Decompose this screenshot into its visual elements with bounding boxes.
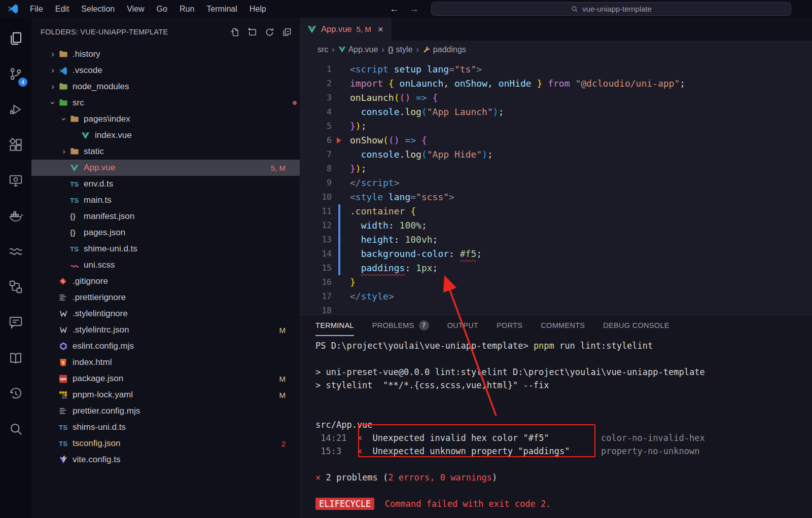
- remote-explorer-icon[interactable]: [0, 163, 31, 198]
- code-line[interactable]: 2import { onLaunch, onShow, onHide } fro…: [300, 77, 812, 91]
- back-button[interactable]: ←: [384, 4, 404, 15]
- breadcrumb-label: App.vue: [348, 45, 378, 54]
- terminal[interactable]: PS D:\project\youlai\vue-uniapp-template…: [300, 336, 812, 510]
- menu-edit[interactable]: Edit: [49, 5, 76, 14]
- collapse-all-button[interactable]: [282, 27, 292, 37]
- tree-item-pages-index[interactable]: ›pages\index: [31, 111, 300, 127]
- tree-item-label: node_modules: [73, 82, 129, 92]
- tree-item-shime-uni-d-ts[interactable]: TSshime-uni.d.ts: [31, 241, 300, 257]
- code-text: });: [350, 162, 367, 176]
- new-folder-button[interactable]: [248, 27, 257, 37]
- explorer-icon[interactable]: [0, 21, 31, 56]
- tree-item-vite-config-ts[interactable]: vite.config.ts: [31, 452, 300, 468]
- tree-item--stylelintrc-json[interactable]: .stylelintrc.jsonM: [31, 322, 300, 338]
- tree-item--prettierignore[interactable]: .prettierignore: [31, 289, 300, 306]
- code-line[interactable]: 4 console.log("App Launch");: [300, 105, 812, 119]
- tree-item--gitignore[interactable]: .gitignore: [31, 273, 300, 289]
- breadcrumb-label: paddings: [433, 45, 466, 54]
- tree-item-node-modules[interactable]: ›node_modules: [31, 79, 300, 95]
- book-icon[interactable]: [0, 340, 31, 376]
- tree-item-manifest-json[interactable]: {}manifest.json: [31, 208, 300, 225]
- tree-item-pages-json[interactable]: {}pages.json: [31, 225, 300, 241]
- code-line[interactable]: 15 paddings: 1px;: [300, 261, 812, 275]
- tree-item-pnpm-lock-yaml[interactable]: pnpm-lock.yamlM: [31, 387, 300, 403]
- run-debug-icon[interactable]: [0, 92, 31, 127]
- code-line[interactable]: 14 background-color: #f5;: [300, 247, 812, 261]
- menu-view[interactable]: View: [121, 5, 150, 14]
- forward-button[interactable]: →: [404, 4, 424, 15]
- tree-item-eslint-config-mjs[interactable]: eslint.config.mjs: [31, 338, 300, 354]
- tree-item-package-json[interactable]: npmpackage.jsonM: [31, 371, 300, 387]
- history-icon[interactable]: [0, 376, 31, 411]
- tree-item-label: shims-uni.d.ts: [73, 422, 126, 432]
- terminal-line: > uni-preset-vue@0.0.0 lint:stylelint D:…: [315, 365, 812, 379]
- folder-icon: [70, 115, 84, 124]
- tab-app-vue[interactable]: App.vue 5, M ×: [300, 18, 391, 41]
- docker-icon[interactable]: [0, 198, 31, 234]
- tree-item-shims-uni-d-ts[interactable]: TSshims-uni.d.ts: [31, 419, 300, 435]
- code-line[interactable]: 16}: [300, 275, 812, 289]
- git-modified-indicator: [338, 204, 340, 218]
- breadcrumb-item-app-vue[interactable]: App.vue: [338, 45, 378, 54]
- code-line[interactable]: 18: [300, 304, 812, 314]
- tree-item-main-ts[interactable]: TSmain.ts: [31, 192, 300, 208]
- code-line[interactable]: 9</script>: [300, 176, 812, 190]
- panel-tab-output[interactable]: OUTPUT: [447, 315, 478, 336]
- panel-tab-terminal[interactable]: TERMINAL: [315, 315, 354, 336]
- menu-run[interactable]: Run: [173, 5, 200, 14]
- menu-file[interactable]: File: [24, 5, 49, 14]
- tree-item-index-vue[interactable]: index.vue: [31, 127, 300, 143]
- code-line[interactable]: 1<script setup lang="ts">: [300, 62, 812, 77]
- chat-icon[interactable]: [0, 305, 31, 340]
- tree-item--stylelintignore[interactable]: .stylelintignore: [31, 306, 300, 322]
- graph-icon[interactable]: [0, 269, 31, 305]
- tree-item-src[interactable]: ›src: [31, 95, 300, 111]
- breadcrumb-item-style[interactable]: {}style: [388, 45, 413, 54]
- source-control-icon[interactable]: 4: [0, 56, 31, 92]
- menu-help[interactable]: Help: [243, 5, 272, 14]
- code-line[interactable]: 12 width: 100%;: [300, 218, 812, 233]
- code-line[interactable]: 3onLaunch(() => {: [300, 91, 812, 105]
- line-number: 11: [300, 204, 332, 218]
- breadcrumb-item-src[interactable]: src: [317, 45, 328, 54]
- folders-section-header[interactable]: FOLDERS: VUE-UNIAPP-TEMPLATE: [31, 18, 300, 46]
- panel-tab-comments[interactable]: COMMENTS: [541, 315, 585, 336]
- tree-item--history[interactable]: ›.history: [31, 46, 300, 62]
- tree-item--vscode[interactable]: ›.vscode: [31, 62, 300, 79]
- code-line[interactable]: 8});: [300, 162, 812, 176]
- new-file-button[interactable]: [230, 27, 240, 37]
- search-sidebar-icon[interactable]: [0, 411, 31, 447]
- menu-terminal[interactable]: Terminal: [200, 5, 243, 14]
- refresh-button[interactable]: [265, 27, 274, 37]
- vue-file-icon: [307, 25, 316, 34]
- panel-tab-label: TERMINAL: [315, 321, 354, 329]
- menu-selection[interactable]: Selection: [75, 5, 121, 14]
- extensions-icon[interactable]: [0, 127, 31, 163]
- code-line[interactable]: 6onShow(() => {: [300, 133, 812, 147]
- tab-close-icon[interactable]: ×: [378, 24, 383, 35]
- panel-tab-debug-console[interactable]: DEBUG CONSOLE: [603, 315, 669, 336]
- tree-item-uni-scss[interactable]: uni.scss: [31, 257, 300, 273]
- breadcrumb-item-paddings[interactable]: paddings: [422, 45, 466, 54]
- git-status-badge: M: [279, 391, 286, 399]
- code-line[interactable]: 10<style lang="scss">: [300, 190, 812, 204]
- panel-tab-problems[interactable]: PROBLEMS7: [372, 315, 429, 336]
- code-line[interactable]: 13 height: 100vh;: [300, 233, 812, 247]
- tree-item-static[interactable]: ›static: [31, 143, 300, 160]
- command-search-box[interactable]: vue-uniapp-template: [431, 2, 791, 16]
- tree-item-label: pages.json: [84, 228, 125, 238]
- tree-item-index-html[interactable]: 5index.html: [31, 354, 300, 371]
- code-line[interactable]: 5});: [300, 119, 812, 133]
- tree-item-prettier-config-mjs[interactable]: prettier.config.mjs: [31, 403, 300, 419]
- panel-tab-ports[interactable]: PORTS: [497, 315, 522, 336]
- tree-item-env-d-ts[interactable]: TSenv.d.ts: [31, 176, 300, 192]
- code-line[interactable]: 11.container {: [300, 204, 812, 218]
- tree-item-tsconfig-json[interactable]: TStsconfig.json2: [31, 435, 300, 452]
- tree-item-app-vue[interactable]: App.vue5, M: [31, 160, 300, 176]
- code-editor[interactable]: 1<script setup lang="ts">2import { onLau…: [300, 58, 812, 314]
- code-line[interactable]: 7 console.log("App Hide");: [300, 147, 812, 162]
- menu-go[interactable]: Go: [151, 5, 173, 14]
- git-gutter: [338, 119, 340, 133]
- code-line[interactable]: 17</style>: [300, 289, 812, 304]
- waves-icon[interactable]: [0, 234, 31, 269]
